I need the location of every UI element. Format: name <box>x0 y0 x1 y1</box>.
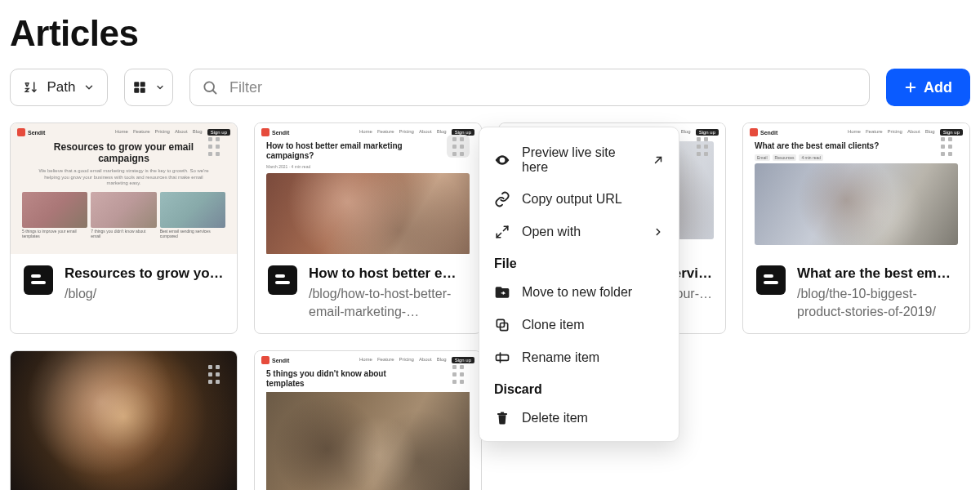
drag-handle-icon[interactable] <box>691 135 714 158</box>
chevron-right-icon <box>653 226 664 238</box>
article-card[interactable]: Sendit HomeFeaturePricingAboutBlogSign u… <box>10 122 238 334</box>
card-path: /blog/ <box>65 285 224 303</box>
trash-icon <box>494 410 510 426</box>
drag-handle-icon[interactable] <box>447 363 470 385</box>
thumb-subtext: We believe that a good email marketing s… <box>38 168 209 187</box>
document-icon <box>756 265 786 295</box>
card-title: Resources to grow your e… <box>65 265 224 282</box>
link-icon <box>494 191 510 207</box>
thumb-hero <box>755 163 958 245</box>
thumb-headline: 5 things you didn't know about templates <box>266 369 405 389</box>
card-path: /blog/how-to-host-better-email-marketing… <box>309 285 468 320</box>
svg-rect-16 <box>497 413 507 415</box>
plus-icon <box>904 81 917 94</box>
drag-handle-icon[interactable] <box>203 363 225 385</box>
menu-label: Clone item <box>522 318 584 332</box>
card-title: How to host better email… <box>309 265 468 282</box>
menu-label: Preview live site here <box>522 145 641 175</box>
toolbar: Path <box>10 69 970 106</box>
card-path: /blog/the-10-biggest-product-stories-of-… <box>797 285 956 320</box>
eye-icon <box>494 152 510 168</box>
menu-label: Open with <box>522 225 581 239</box>
page-title: Articles <box>10 13 970 54</box>
menu-delete[interactable]: Delete item <box>479 402 679 434</box>
document-icon <box>268 265 297 295</box>
external-link-icon <box>653 154 664 166</box>
thumb-headline: Resources to grow your email campaigns <box>49 141 198 165</box>
menu-preview[interactable]: Preview live site here <box>479 137 679 183</box>
menu-move[interactable]: Move to new folder <box>479 276 679 309</box>
article-card[interactable]: Sendit HomeFeaturePricingAboutBlogSign u… <box>742 122 970 334</box>
svg-rect-3 <box>140 88 145 93</box>
drag-handle-icon[interactable] <box>447 135 470 158</box>
add-label: Add <box>924 79 952 96</box>
svg-rect-17 <box>501 412 505 414</box>
card-title: What are the best email … <box>797 265 956 282</box>
svg-rect-1 <box>140 82 145 87</box>
svg-line-9 <box>656 158 662 163</box>
thumb-headline: How to host better email marketing campa… <box>266 141 405 161</box>
search-icon <box>202 79 218 96</box>
folder-move-icon <box>494 284 510 301</box>
svg-line-5 <box>213 91 216 94</box>
document-icon <box>24 265 53 295</box>
view-toggle-button[interactable] <box>124 69 173 106</box>
sort-label: Path <box>47 79 76 96</box>
menu-copy-url[interactable]: Copy output URL <box>479 183 679 216</box>
drag-handle-icon[interactable] <box>935 135 958 158</box>
search-input[interactable] <box>229 69 858 105</box>
menu-section-discard: Discard <box>479 374 679 402</box>
rename-icon <box>494 350 510 366</box>
thumb-hero <box>266 173 470 255</box>
expand-icon <box>494 224 510 240</box>
svg-rect-14 <box>497 355 509 361</box>
article-card[interactable]: Sendit HomeFeaturePricingAboutBlogSign u… <box>254 122 482 334</box>
chevron-down-icon <box>155 82 165 92</box>
thumb-hero <box>266 392 470 490</box>
drag-handle-icon[interactable] <box>203 135 225 158</box>
thumb-headline: What are the best email clients? <box>755 141 893 151</box>
menu-section-file: File <box>479 248 679 276</box>
menu-rename[interactable]: Rename item <box>479 341 679 374</box>
menu-label: Rename item <box>522 350 599 365</box>
article-card[interactable]: Sendit HomeFeaturePricingAboutBlogSign u… <box>254 350 482 490</box>
add-button[interactable]: Add <box>886 69 970 106</box>
article-card[interactable] <box>10 350 238 490</box>
clone-icon <box>494 317 510 333</box>
thumb-subtext: March 2021 · 4 min read <box>266 164 437 170</box>
menu-open-with[interactable]: Open with <box>479 216 679 248</box>
svg-rect-0 <box>134 82 139 87</box>
context-menu: Preview live site here Copy output URL O… <box>479 127 679 442</box>
chevron-down-icon <box>83 82 95 93</box>
grid-view-icon <box>132 80 147 95</box>
menu-clone[interactable]: Clone item <box>479 309 679 341</box>
svg-point-8 <box>501 158 503 161</box>
search-field[interactable] <box>189 69 870 106</box>
sort-button[interactable]: Path <box>10 69 108 106</box>
svg-rect-2 <box>134 88 139 93</box>
menu-label: Delete item <box>522 411 588 425</box>
sort-az-icon <box>23 79 39 96</box>
menu-label: Move to new folder <box>522 285 632 300</box>
menu-label: Copy output URL <box>522 192 622 207</box>
